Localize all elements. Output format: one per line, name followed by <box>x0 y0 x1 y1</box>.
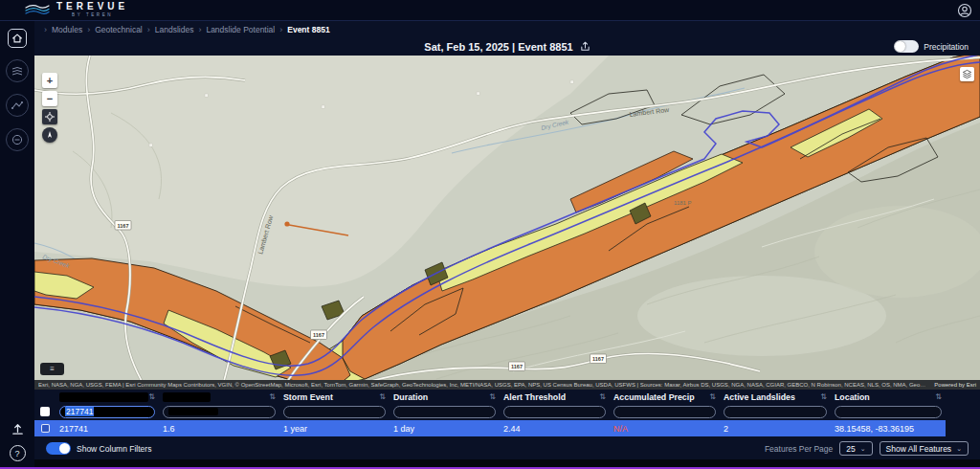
zoom-out-button[interactable]: − <box>42 91 57 106</box>
checkbox-cell <box>34 424 56 433</box>
chevron-down-icon: ⌄ <box>956 445 962 453</box>
table-cell: N/A <box>610 424 720 434</box>
layers-icon <box>962 69 972 79</box>
breadcrumb-item[interactable]: Geotechnical <box>95 25 143 34</box>
attribution-text: Esri, NASA, NGA, USGS, FEMA | Esri Commu… <box>38 382 928 388</box>
features-per-page-select[interactable]: 25 ⌄ <box>839 441 872 456</box>
site-label: 1181 P <box>674 200 692 206</box>
select-all-checkbox[interactable] <box>40 407 50 416</box>
toggle-knob <box>59 443 70 454</box>
breadcrumb-item[interactable]: Event 8851 <box>287 25 329 34</box>
sidebar-module-button-2[interactable] <box>6 94 29 117</box>
sort-icon[interactable]: ⇅ <box>599 392 606 401</box>
row-checkbox[interactable] <box>41 424 50 433</box>
column-header[interactable]: Location⇅ <box>831 390 946 404</box>
column-header-label: Alert Threshold <box>503 392 566 402</box>
locate-button[interactable] <box>42 109 57 124</box>
breadcrumb-item[interactable]: Modules <box>52 25 82 34</box>
redacted-column-label <box>163 392 211 402</box>
basemap-layers-button[interactable] <box>960 67 974 81</box>
column-filter-input[interactable] <box>613 406 716 418</box>
help-button[interactable]: ? <box>10 445 26 461</box>
column-header-label: Storm Event <box>283 392 333 402</box>
column-filter-input[interactable] <box>503 406 606 418</box>
show-column-filters-toggle[interactable] <box>46 442 71 455</box>
breadcrumb-item[interactable]: Landslides <box>155 25 194 34</box>
checkbox-cell <box>34 407 56 416</box>
breadcrumb-chevron-icon: › <box>44 25 47 34</box>
redacted-filter-value <box>168 408 218 415</box>
column-header[interactable]: Accumulated Precip⇅ <box>610 390 720 404</box>
table-cell: 1 year <box>279 424 390 434</box>
table-filter-row: 217741 <box>34 404 946 419</box>
column-filter-input[interactable] <box>724 406 827 418</box>
sort-icon[interactable]: ⇅ <box>820 392 827 401</box>
logo-title: TEREVUE <box>56 2 128 11</box>
compass-needle-icon <box>45 130 55 140</box>
filter-selected-text: 217741 <box>65 407 94 416</box>
column-filter-input[interactable] <box>283 406 386 418</box>
column-header[interactable]: Alert Threshold⇅ <box>500 390 610 404</box>
sort-icon[interactable]: ⇅ <box>935 392 942 401</box>
logo-subtitle: BY TEREN <box>56 13 128 18</box>
app-window: TEREVUE BY TEREN <box>0 0 980 469</box>
account-icon <box>957 3 972 18</box>
column-filter-input[interactable] <box>163 406 276 418</box>
sort-icon[interactable]: ⇅ <box>148 392 155 401</box>
road-shield-label: 1167 <box>511 364 523 369</box>
filter-cell <box>720 406 831 418</box>
table-cell: 2.44 <box>500 424 610 434</box>
map-canvas[interactable]: 1167 1167 1167 1167 Lambert Row Lambert … <box>34 56 980 380</box>
feature-display-select[interactable]: Show All Features ⌄ <box>880 441 969 456</box>
sidebar-module-button-1[interactable] <box>6 59 29 82</box>
precipitation-toggle[interactable] <box>894 40 919 53</box>
map-widget-button[interactable]: ≡ <box>40 363 64 375</box>
filter-cell <box>610 406 720 418</box>
route-icon <box>11 99 24 112</box>
filter-cell <box>831 406 946 418</box>
breadcrumb-chevron-icon: › <box>147 25 150 34</box>
column-filter-input[interactable]: 217741 <box>59 406 155 418</box>
column-header[interactable]: Storm Event⇅ <box>279 390 390 404</box>
sort-icon[interactable]: ⇅ <box>489 392 496 401</box>
sidebar-export-button[interactable] <box>11 422 25 436</box>
column-header-label: Accumulated Precip <box>613 392 695 402</box>
table-cell: 2 <box>720 424 831 434</box>
column-filter-input[interactable] <box>393 406 496 418</box>
export-map-button[interactable] <box>580 41 590 52</box>
breadcrumb-chevron-icon: › <box>279 25 282 34</box>
share-export-icon <box>580 41 590 52</box>
sort-icon[interactable]: ⇅ <box>269 392 276 401</box>
column-header[interactable]: ⇅ <box>56 390 159 404</box>
column-header[interactable]: ⇅ <box>159 390 279 404</box>
table-cell: 217741 <box>56 424 159 434</box>
map-title-text: Sat, Feb 15, 2025 | Event 8851 <box>424 41 572 53</box>
features-per-page-value: 25 <box>846 444 855 454</box>
filter-cell: 217741 <box>56 406 159 418</box>
redacted-column-label <box>59 392 148 402</box>
sort-icon[interactable]: ⇅ <box>709 392 716 401</box>
zoom-in-button[interactable]: + <box>42 73 57 88</box>
breadcrumb-chevron-icon: › <box>87 25 90 34</box>
column-filter-input[interactable] <box>835 406 942 418</box>
terevue-waves-icon <box>25 4 50 16</box>
precipitation-label: Precipitation <box>924 42 969 52</box>
sort-icon[interactable]: ⇅ <box>379 392 386 401</box>
account-button[interactable] <box>957 3 972 18</box>
badge-icon <box>11 133 24 146</box>
home-icon <box>11 32 24 45</box>
compass-button[interactable] <box>42 127 57 143</box>
sidebar-module-button-3[interactable] <box>6 128 29 151</box>
upload-icon <box>11 422 25 436</box>
home-button[interactable] <box>8 29 27 48</box>
table-row[interactable]: 2177411.61 year1 day2.44N/A238.15458, -8… <box>34 420 946 436</box>
breadcrumb-item[interactable]: Landslide Potential <box>206 25 275 34</box>
road-shield-label: 1167 <box>592 356 604 362</box>
map-title-bar: Sat, Feb 15, 2025 | Event 8851 Precipita… <box>34 38 980 56</box>
column-header[interactable]: Duration⇅ <box>390 390 500 404</box>
table-footer-bar: Show Column Filters Features Per Page 25… <box>34 437 980 459</box>
column-header[interactable]: Active Landslides⇅ <box>720 390 831 404</box>
table-cell: 1.6 <box>159 424 279 434</box>
top-bar: TEREVUE BY TEREN <box>0 0 980 21</box>
map-controls: + − <box>42 73 57 143</box>
